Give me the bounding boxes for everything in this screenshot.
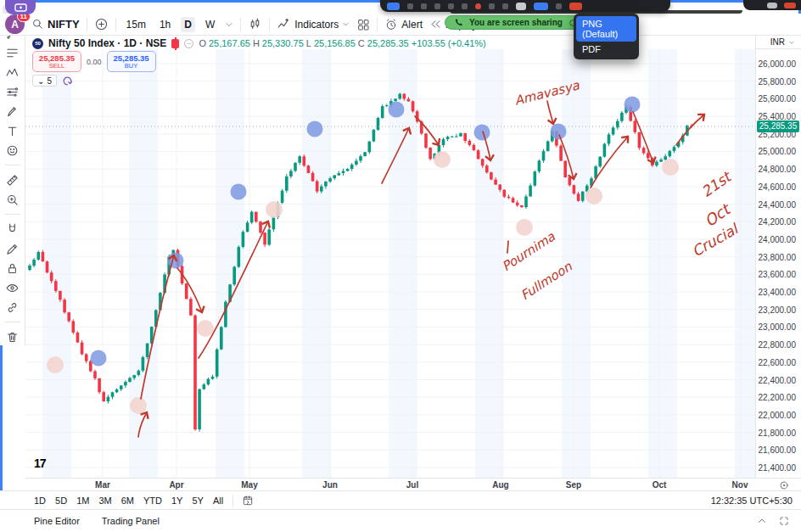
chart-canvas[interactable]: AmavasyaPournimaFullmoon21stOctCrucial: [25, 49, 755, 478]
timeframe-15m[interactable]: 15m: [123, 17, 149, 32]
tool-zoom-in-icon[interactable]: [3, 191, 23, 208]
tool-emoji-icon[interactable]: [3, 142, 23, 159]
timeframe-1h[interactable]: 1h: [156, 17, 174, 32]
tool-hide-all-drawings-icon[interactable]: [3, 279, 23, 296]
timeframe-1d[interactable]: D: [181, 17, 195, 32]
range-5d-button[interactable]: 5D: [55, 496, 67, 506]
chevron-down-icon: [788, 39, 795, 46]
tool-text-icon[interactable]: [3, 122, 23, 139]
tool-xabcd-pattern-icon[interactable]: [3, 64, 23, 81]
go-to-date-icon[interactable]: [232, 495, 254, 507]
sell-button[interactable]: 25,285.35 SELL: [32, 51, 81, 72]
price-tick-label: 24,400.00: [759, 199, 797, 209]
record-icon[interactable]: [475, 3, 481, 9]
price-tick-label: 25,800.00: [759, 76, 797, 86]
range-1d-button[interactable]: 1D: [34, 496, 46, 506]
time-axis[interactable]: MarAprMayJunJulAugSepOctNov: [25, 478, 801, 490]
toolbar-divider: [5, 214, 20, 215]
high-value: 25,330.75: [262, 38, 304, 48]
sync-orders-icon[interactable]: [62, 75, 74, 87]
indicators-label: Indicators: [294, 19, 339, 31]
menu-item-pdf[interactable]: PDF: [576, 42, 636, 57]
range-6m-button[interactable]: 6M: [121, 496, 134, 506]
range-1m-button[interactable]: 1M: [76, 496, 89, 506]
meeting-toolbar: [380, 0, 670, 12]
month-tick-label: Jun: [322, 480, 338, 490]
price-tick-label: 22,000.00: [759, 410, 797, 419]
quantity-stepper[interactable]: ⌄5: [32, 75, 57, 87]
meeting-icon[interactable]: [502, 3, 508, 9]
corner-button[interactable]: [767, 3, 777, 8]
price-tick-label: 23,800.00: [759, 252, 797, 261]
range-all-button[interactable]: All: [213, 496, 223, 506]
divider: [269, 18, 270, 31]
quantity-value: 5: [47, 76, 52, 86]
currency-selector[interactable]: INR: [756, 36, 801, 49]
meeting-icon[interactable]: [421, 3, 427, 9]
legend-title[interactable]: Nifty 50 Index · 1D · NSE: [48, 37, 166, 49]
maximize-panel-icon[interactable]: [779, 516, 789, 526]
tool-forecast-icon[interactable]: [3, 83, 23, 100]
avatar[interactable]: A 11: [5, 14, 25, 34]
tool-magnet-icon[interactable]: [3, 221, 23, 238]
pine-editor-tab[interactable]: Pine Editor: [34, 516, 80, 526]
alert-label: Alert: [401, 19, 423, 31]
price-tick-label: 25,600.00: [759, 94, 797, 104]
meeting-icon[interactable]: [407, 3, 413, 9]
meeting-icon[interactable]: [434, 3, 440, 9]
symbol-search-button[interactable]: NIFTY: [31, 18, 80, 31]
trading-panel-tab[interactable]: Trading Panel: [102, 516, 160, 526]
timeframe-1w[interactable]: W: [202, 17, 218, 32]
price-tick-label: 23,600.00: [759, 270, 797, 279]
tool-link-icon[interactable]: [3, 299, 23, 316]
chevron-down-icon[interactable]: [225, 20, 233, 29]
price-tick-label: 21,400.00: [759, 463, 797, 473]
open-key: O: [199, 38, 206, 48]
range-1y-button[interactable]: 1Y: [171, 496, 182, 506]
spread-value: 0.00: [87, 58, 102, 66]
meeting-icon[interactable]: [448, 3, 454, 9]
indicators-icon: [277, 17, 291, 31]
price-tick-label: 23,000.00: [759, 322, 797, 332]
market-status-icon: [171, 39, 179, 48]
tool-ruler-icon[interactable]: [3, 171, 23, 188]
tool-fib-retracement-icon[interactable]: [3, 44, 23, 61]
share-active-button[interactable]: [534, 3, 548, 10]
price-tick-label: 24,000.00: [759, 234, 797, 244]
chart-style-icon[interactable]: [248, 17, 262, 31]
divider: [87, 18, 87, 31]
toolbar-divider: [5, 322, 20, 322]
meeting-icon[interactable]: [462, 3, 468, 9]
indicators-button[interactable]: Indicators: [277, 17, 350, 31]
buy-button[interactable]: 25,285.35 BUY: [107, 51, 156, 72]
hide-legend-icon[interactable]: –: [184, 39, 193, 48]
axis-settings-icon[interactable]: [779, 480, 789, 490]
tool-brush-icon[interactable]: [3, 103, 23, 120]
layout-grid-icon[interactable]: [356, 18, 370, 31]
alert-button[interactable]: Alert: [384, 18, 423, 31]
screen-share-tab[interactable]: [5, 0, 36, 14]
expand-panel-icon[interactable]: [757, 516, 767, 526]
range-ytd-button[interactable]: YTD: [143, 496, 162, 506]
price-tick-label: 22,600.00: [759, 357, 797, 367]
month-tick-label: Aug: [492, 480, 508, 490]
meeting-icon[interactable]: [489, 3, 495, 9]
range-5y-button[interactable]: 5Y: [192, 496, 203, 506]
meeting-icon[interactable]: [556, 3, 562, 9]
month-tick-label: Apr: [169, 480, 183, 490]
tool-remove-drawings-icon[interactable]: [3, 328, 23, 345]
clock[interactable]: 12:32:35 UTC+5:30: [711, 496, 793, 506]
range-3m-button[interactable]: 3M: [98, 496, 111, 506]
price-axis[interactable]: INR 26,000.0025,800.0025,600.0025,400.00…: [755, 36, 801, 478]
candlestick-chart[interactable]: AmavasyaPournimaFullmoon21stOctCrucial: [25, 49, 755, 478]
meeting-mute-button[interactable]: [387, 3, 400, 10]
menu-item-png[interactable]: PNG (Default): [576, 16, 636, 42]
tool-lock-all-icon[interactable]: [3, 260, 23, 277]
end-call-button[interactable]: [569, 3, 582, 10]
buy-label: BUY: [125, 63, 137, 70]
tool-drawing-mode-icon[interactable]: [3, 240, 23, 257]
add-symbol-icon[interactable]: [94, 17, 109, 31]
corner-leave-button[interactable]: [784, 3, 796, 8]
shared-screen: A 11 NIFTY 15m 1h D W Indicators Alert: [0, 0, 801, 532]
meeting-button[interactable]: [516, 3, 526, 10]
